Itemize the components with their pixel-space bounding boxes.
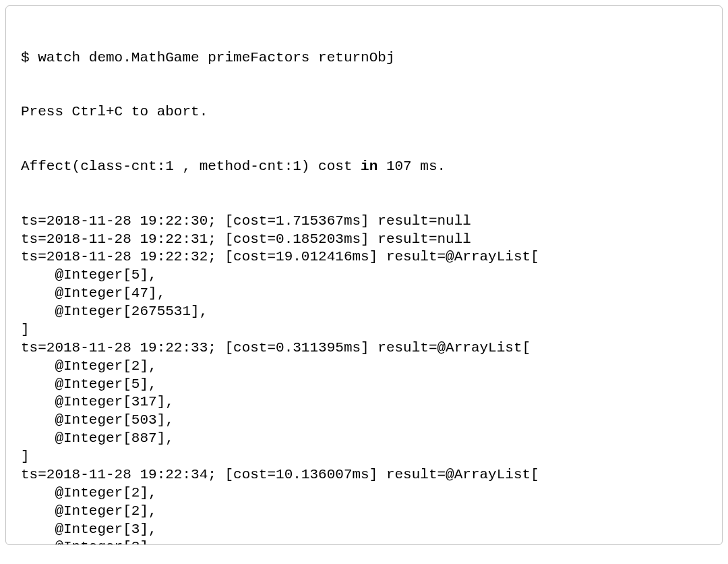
list-item: @Integer[317], <box>21 393 711 412</box>
list-item: @Integer[2], <box>21 503 711 521</box>
command-line: $ watch demo.MathGame primeFactors retur… <box>21 49 711 67</box>
result-line: ts=2018-11-28 19:22:32; [cost=19.012416m… <box>21 248 711 266</box>
list-item: @Integer[2], <box>21 484 711 503</box>
abort-hint: Press Ctrl+C to abort. <box>21 103 711 121</box>
list-close: ] <box>21 448 711 466</box>
affect-prefix: Affect(class-cnt:1 , method-cnt:1) cost <box>21 159 361 174</box>
list-close: ] <box>21 321 711 339</box>
list-item: @Integer[2675531], <box>21 303 711 321</box>
terminal-output: $ watch demo.MathGame primeFactors retur… <box>5 5 723 545</box>
result-line: ts=2018-11-28 19:22:34; [cost=10.136007m… <box>21 466 711 484</box>
list-item: @Integer[5], <box>21 266 711 285</box>
list-item: @Integer[2], <box>21 358 711 376</box>
list-item: @Integer[3], <box>21 521 711 539</box>
list-item: @Integer[5], <box>21 376 711 394</box>
result-line: ts=2018-11-28 19:22:33; [cost=0.311395ms… <box>21 339 711 358</box>
affect-line: Affect(class-cnt:1 , method-cnt:1) cost … <box>21 158 711 176</box>
list-item: @Integer[3], <box>21 538 711 545</box>
list-item: @Integer[887], <box>21 430 711 448</box>
entries-container: ts=2018-11-28 19:22:30; [cost=1.715367ms… <box>21 213 711 545</box>
affect-in: in <box>361 159 377 174</box>
result-line: ts=2018-11-28 19:22:30; [cost=1.715367ms… <box>21 213 711 231</box>
result-line: ts=2018-11-28 19:22:31; [cost=0.185203ms… <box>21 231 711 249</box>
list-item: @Integer[47], <box>21 285 711 303</box>
list-item: @Integer[503], <box>21 412 711 430</box>
affect-suffix: 107 ms. <box>377 159 446 174</box>
